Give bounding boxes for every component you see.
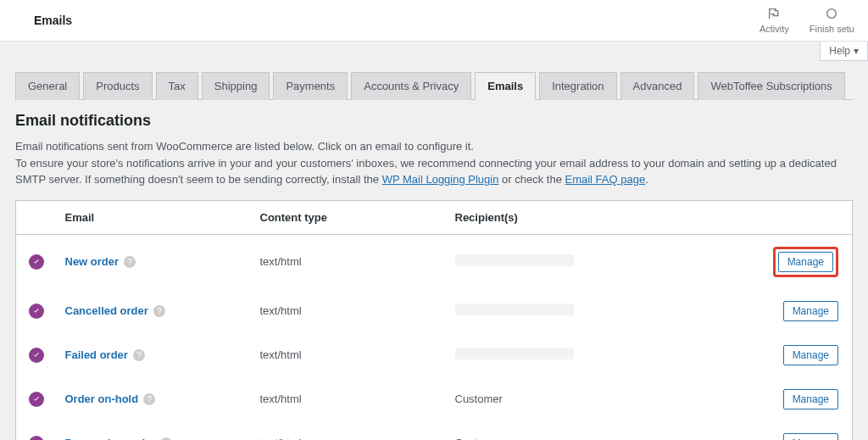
help-tooltip-icon[interactable]: ? [153,305,165,317]
finish-setup-button[interactable]: Finish setu [810,7,854,34]
email-name-link[interactable]: Order on-hold [65,393,139,405]
content-type-cell: text/html [252,377,447,421]
redacted-recipient [455,304,574,315]
email-name-cell: New order? [57,234,252,289]
col-actions-header [765,200,853,234]
tab-products[interactable]: Products [83,72,152,100]
page-title: Emails [34,14,72,27]
email-name-link[interactable]: Processing order [65,437,156,440]
chevron-down-icon: ▾ [854,45,859,57]
col-content-header: Content type [252,200,447,234]
email-name-cell: Failed order? [57,333,252,377]
recipient-cell: Customer [447,377,765,421]
activity-label: Activity [760,24,789,34]
status-enabled-icon [29,304,44,319]
tab-tax[interactable]: Tax [156,72,198,100]
tab-shipping[interactable]: Shipping [202,72,270,100]
col-recipient-header: Recipient(s) [447,200,765,234]
actions-cell: Manage [765,377,853,421]
help-label: Help [829,45,850,57]
actions-cell: Manage [765,333,853,377]
recipient-cell: Customer [447,421,765,441]
manage-button[interactable]: Manage [783,389,838,409]
tab-accounts-privacy[interactable]: Accounts & Privacy [351,72,471,100]
tab-advanced[interactable]: Advanced [620,72,695,100]
status-cell [16,377,57,421]
table-row: Processing order?text/htmlCustomerManage [16,421,853,441]
svg-point-0 [827,9,837,19]
activity-button[interactable]: Activity [760,7,789,34]
tab-general[interactable]: General [15,72,80,100]
email-faq-link[interactable]: Email FAQ page [565,173,646,186]
desc-line2c: . [645,173,648,186]
tab-integration[interactable]: Integration [539,72,616,100]
status-cell [16,289,57,333]
redacted-recipient [455,254,574,266]
status-cell [16,333,57,377]
actions-cell: Manage [765,421,853,441]
email-name-cell: Order on-hold? [57,377,252,421]
recipient-cell [447,234,765,289]
email-name-link[interactable]: New order [65,255,120,268]
content-type-cell: text/html [252,234,447,289]
manage-button[interactable]: Manage [783,301,838,321]
col-email-header: Email [57,200,252,234]
status-enabled-icon [29,348,44,363]
recipient-cell [447,289,765,333]
email-table: Email Content type Recipient(s) New orde… [15,200,853,441]
content-type-cell: text/html [252,421,447,441]
help-row: Help ▾ [0,42,868,61]
table-row: Order on-hold?text/htmlCustomerManage [16,377,853,421]
help-tooltip-icon[interactable]: ? [124,256,136,268]
email-name-cell: Cancelled order? [57,289,252,333]
email-name-cell: Processing order? [57,421,252,441]
email-name-link[interactable]: Cancelled order [65,304,148,317]
help-tooltip-icon[interactable]: ? [143,393,155,405]
content-type-cell: text/html [252,333,447,377]
status-enabled-icon [29,254,44,270]
main-content: GeneralProductsTaxShippingPaymentsAccoun… [0,61,868,440]
section-description: Email notifications sent from WooCommerc… [15,138,853,188]
table-row: New order?text/htmlManage [16,234,853,289]
help-button[interactable]: Help ▾ [820,42,868,61]
manage-button[interactable]: Manage [783,345,838,365]
actions-cell: Manage [765,289,853,333]
manage-button[interactable]: Manage [783,433,838,441]
settings-tabs: GeneralProductsTaxShippingPaymentsAccoun… [15,71,853,100]
desc-line2b: or check the [498,173,565,186]
tab-emails[interactable]: Emails [475,72,536,100]
actions-cell: Manage [765,234,853,289]
col-status-header [16,200,57,234]
tab-webtoffee-subscriptions[interactable]: WebToffee Subscriptions [698,72,844,100]
status-enabled-icon [29,436,44,441]
manage-button[interactable]: Manage [778,252,833,272]
table-row: Cancelled order?text/htmlManage [16,289,853,333]
status-cell [16,421,57,441]
status-cell [16,234,57,289]
content-type-cell: text/html [252,289,447,333]
top-bar: Emails Activity Finish setu [0,0,868,42]
recipient-cell [447,333,765,377]
table-row: Failed order?text/htmlManage [16,333,853,377]
redacted-recipient [455,348,574,359]
manage-highlight: Manage [773,247,838,277]
status-enabled-icon [29,392,44,407]
circle-icon [825,7,838,22]
flag-icon [767,7,781,22]
email-tbody: New order?text/htmlManageCancelled order… [16,234,853,440]
finish-label: Finish setu [810,24,854,34]
topbar-actions: Activity Finish setu [760,7,854,34]
help-tooltip-icon[interactable]: ? [133,349,145,361]
section-title: Email notifications [15,112,853,130]
tab-payments[interactable]: Payments [273,72,348,100]
email-name-link[interactable]: Failed order [65,348,128,361]
wp-mail-logging-link[interactable]: WP Mail Logging Plugin [382,173,499,186]
desc-line1: Email notifications sent from WooCommerc… [15,140,474,153]
